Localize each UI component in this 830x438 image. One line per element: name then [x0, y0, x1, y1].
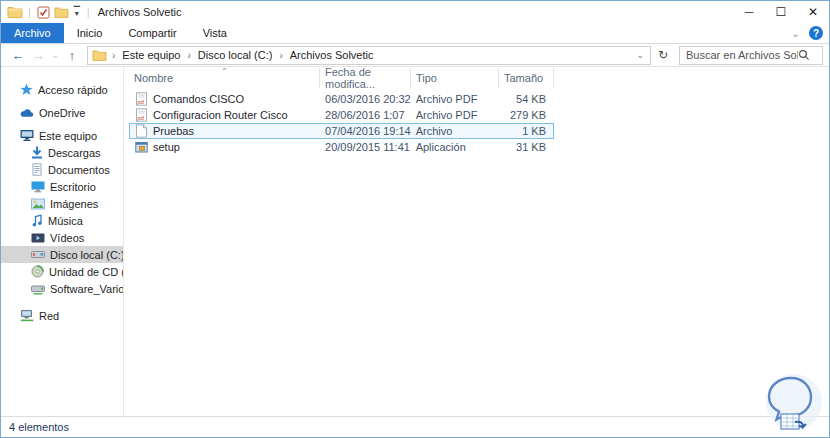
column-headers: ⌃ Nombre Fecha de modifica... Tipo Tamañ…	[129, 68, 829, 88]
solvetic-watermark-logo	[739, 372, 827, 436]
sidebar-item-label: Imágenes	[50, 198, 98, 210]
properties-quick-icon[interactable]	[35, 3, 53, 21]
back-icon[interactable]: ←	[9, 48, 27, 63]
sidebar-item-musica[interactable]: Música	[1, 212, 123, 229]
file-name: setup	[153, 141, 180, 153]
file-date: 06/03/2016 20:32	[320, 93, 411, 105]
column-header-tipo[interactable]: Tipo	[411, 68, 499, 88]
tab-archivo[interactable]: Archivo	[1, 23, 64, 43]
file-row-comandos-cisco[interactable]: pdf Comandos CISCO 06/03/2016 20:32 Arch…	[129, 91, 554, 107]
breadcrumb-este-equipo[interactable]: Este equipo	[120, 49, 182, 61]
videos-icon	[31, 232, 45, 244]
documents-icon	[31, 163, 43, 176]
app-folder-icon	[6, 3, 24, 21]
close-button[interactable]: ✕	[797, 1, 829, 23]
sidebar-item-label: Red	[39, 310, 59, 322]
forward-icon[interactable]: →	[29, 48, 47, 63]
sidebar-item-label: OneDrive	[39, 107, 85, 119]
column-header-nombre[interactable]: ⌃ Nombre	[129, 68, 320, 88]
sidebar-item-imagenes[interactable]: Imágenes	[1, 195, 123, 212]
file-row-pruebas[interactable]: Pruebas 07/04/2016 19:14 Archivo 1 KB	[129, 123, 554, 139]
sidebar-item-label: Documentos	[48, 164, 110, 176]
svg-text:pdf: pdf	[138, 116, 145, 121]
pictures-icon	[31, 198, 45, 210]
breadcrumb-disco-local[interactable]: Disco local (C:)	[196, 49, 275, 61]
search-icon[interactable]	[798, 49, 810, 61]
local-disk-icon	[31, 249, 45, 260]
address-folder-icon	[92, 49, 107, 62]
sidebar-item-acceso-rapido[interactable]: Acceso rápido	[1, 81, 123, 98]
breadcrumb-archivos-solvetic[interactable]: Archivos Solvetic	[288, 49, 376, 61]
file-type: Archivo PDF	[411, 93, 499, 105]
column-header-fecha[interactable]: Fecha de modifica...	[320, 68, 411, 88]
minimize-button[interactable]: ─	[733, 1, 765, 23]
file-type: Archivo	[411, 125, 499, 137]
column-header-tamano[interactable]: Tamaño	[499, 68, 554, 88]
sidebar-item-disco-local[interactable]: Disco local (C:)	[1, 246, 123, 263]
help-icon[interactable]: ?	[809, 26, 823, 40]
titlebar: | ▔▾ | Archivos Solvetic ─ ☐ ✕	[1, 1, 829, 23]
file-name: Pruebas	[153, 125, 194, 137]
breadcrumb-chevron-icon: ›	[277, 50, 284, 61]
refresh-icon[interactable]: ↻	[653, 46, 673, 65]
main-area: Acceso rápido OneDrive Este equipo Desca…	[1, 67, 829, 418]
address-dropdown-chevron-icon[interactable]: ⌄	[632, 50, 648, 60]
file-size: 1 KB	[498, 125, 553, 137]
sidebar-item-este-equipo[interactable]: Este equipo	[1, 127, 123, 144]
sidebar-item-label: Vídeos	[50, 232, 84, 244]
sidebar-item-label: Este equipo	[39, 130, 97, 142]
navigation-bar: ← → ⌄ ↑ › Este equipo › Disco local (C:)…	[1, 44, 829, 67]
file-date: 07/04/2016 19:14	[320, 125, 411, 137]
downloads-arrow-icon	[31, 146, 43, 159]
network-icon	[20, 309, 34, 322]
tab-vista[interactable]: Vista	[190, 23, 240, 43]
recent-locations-chevron-icon[interactable]: ⌄	[49, 50, 61, 60]
sidebar-item-descargas[interactable]: Descargas	[1, 144, 123, 161]
pdf-file-icon: pdf	[135, 92, 148, 106]
titlebar-separator: |	[87, 6, 90, 18]
tab-compartir[interactable]: Compartir	[115, 23, 189, 43]
expand-ribbon-chevron-icon[interactable]: ⌄	[792, 28, 800, 39]
file-size: 279 KB	[498, 109, 553, 121]
pdf-file-icon: pdf	[135, 108, 148, 122]
ribbon-tabstrip: Archivo Inicio Compartir Vista ⌄ ?	[1, 23, 829, 44]
tab-inicio[interactable]: Inicio	[64, 23, 116, 43]
sidebar-item-videos[interactable]: Vídeos	[1, 229, 123, 246]
music-note-icon	[31, 214, 43, 227]
sidebar-item-documentos[interactable]: Documentos	[1, 161, 123, 178]
new-folder-quick-icon[interactable]	[53, 3, 71, 21]
this-pc-icon	[20, 129, 34, 142]
plain-file-icon	[135, 124, 148, 138]
up-icon[interactable]: ↑	[63, 48, 81, 63]
breadcrumb-chevron-icon: ›	[110, 50, 117, 61]
sidebar-item-label: Escritorio	[50, 181, 96, 193]
sidebar-item-escritorio[interactable]: Escritorio	[1, 178, 123, 195]
search-input[interactable]	[686, 49, 798, 61]
app-file-icon	[135, 141, 148, 154]
search-box	[679, 46, 823, 65]
file-row-setup[interactable]: setup 20/09/2015 11:41 Aplicación 31 KB	[129, 139, 554, 155]
window-controls: ─ ☐ ✕	[733, 1, 829, 23]
breadcrumb-chevron-icon: ›	[185, 50, 192, 61]
file-size: 31 KB	[498, 141, 553, 153]
sidebar-item-label: Acceso rápido	[38, 84, 108, 96]
customize-toolbar-chevron-icon[interactable]: ▔▾	[71, 7, 83, 18]
file-name: Configuracion Router Cisco	[153, 109, 288, 121]
sidebar-item-label: Música	[48, 215, 83, 227]
file-row-configuracion-router[interactable]: pdf Configuracion Router Cisco 28/06/201…	[129, 107, 554, 123]
items-count: 4 elementos	[9, 421, 69, 433]
maximize-button[interactable]: ☐	[765, 1, 797, 23]
sidebar-item-red[interactable]: Red	[1, 307, 123, 324]
sidebar-item-label: Unidad de CD (D:) C	[49, 266, 124, 278]
file-name: Comandos CISCO	[153, 93, 244, 105]
file-list-pane: ⌃ Nombre Fecha de modifica... Tipo Tamañ…	[124, 67, 829, 418]
navigation-pane: Acceso rápido OneDrive Este equipo Desca…	[1, 67, 124, 418]
file-date: 28/06/2016 1:07	[320, 109, 411, 121]
sidebar-item-label: Descargas	[48, 147, 101, 159]
address-bar[interactable]: › Este equipo › Disco local (C:) › Archi…	[87, 46, 651, 65]
sidebar-item-onedrive[interactable]: OneDrive	[1, 104, 123, 121]
sidebar-item-software-varios[interactable]: Software_Varios (\\\	[1, 280, 123, 297]
sidebar-item-unidad-cd[interactable]: Unidad de CD (D:) C	[1, 263, 123, 280]
window-title: Archivos Solvetic	[98, 6, 182, 18]
file-type: Archivo PDF	[411, 109, 499, 121]
